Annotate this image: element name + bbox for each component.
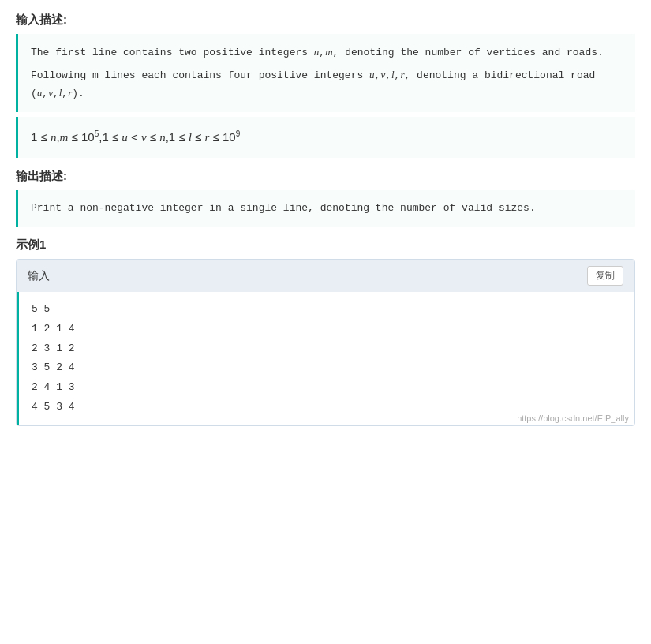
example1-header: 输入 复制 [17,260,634,292]
example1-box: 输入 复制 5 5 1 2 1 4 2 3 1 2 3 5 2 4 2 4 1 … [16,259,635,425]
input-section-title: 输入描述: [16,13,635,28]
example1-title: 示例1 [16,238,635,253]
input-description-block: The first line contains two positive int… [16,34,635,112]
list-item: 2 3 1 2 [32,339,622,359]
math-constraints: 1 ≤ n,m ≤ 105,1 ≤ u < v ≤ n,1 ≤ l ≤ r ≤ … [31,126,623,148]
output-description-block: Print a non-negative integer in a single… [16,190,635,227]
output-section-title: 输出描述: [16,169,635,184]
example1-input-label: 输入 [28,269,50,283]
list-item: 2 4 1 3 [32,378,622,398]
input-para2: Following m lines each contains four pos… [31,66,623,103]
input-para1: The first line contains two positive int… [31,43,623,62]
math-constraints-block: 1 ≤ n,m ≤ 105,1 ≤ u < v ≤ n,1 ≤ l ≤ r ≤ … [16,117,635,158]
list-item: 5 5 [32,300,622,320]
list-item: 1 2 1 4 [32,320,622,339]
copy-button[interactable]: 复制 [587,266,623,286]
watermark: https://blog.csdn.net/EIP_ally [517,414,629,423]
list-item: 3 5 2 4 [32,358,622,378]
example1-content: 5 5 1 2 1 4 2 3 1 2 3 5 2 4 2 4 1 3 4 5 … [17,292,634,425]
output-para: Print a non-negative integer in a single… [31,200,623,217]
